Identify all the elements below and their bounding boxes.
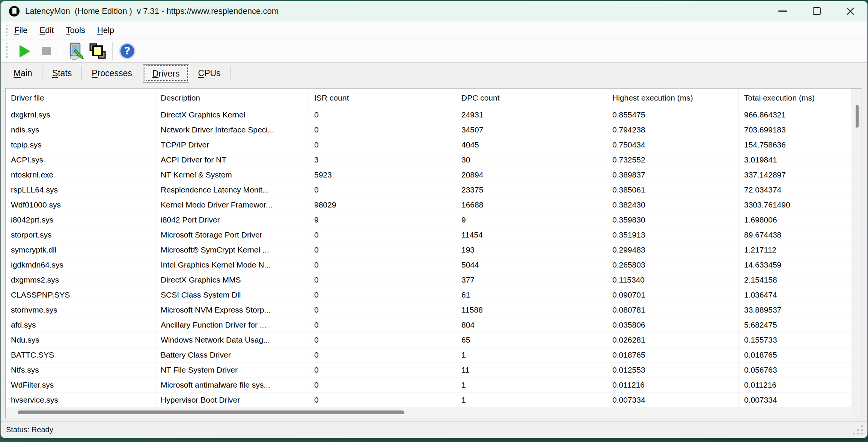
cell-highest-execution: 0.090701 [607,287,739,302]
table-row[interactable]: i8042prt.sys i8042 Port Driver 9 9 0.359… [6,212,852,227]
stop-monitor-button[interactable] [35,42,57,60]
vertical-scrollbar[interactable] [852,89,862,407]
cell-dpc-count: 5044 [456,257,607,272]
cell-isr-count: 0 [309,302,456,317]
cell-highest-execution: 0.035806 [607,317,739,332]
table-row[interactable]: ndis.sys Network Driver Interface Speci.… [6,122,852,137]
horizontal-scrollbar[interactable] [6,407,852,418]
table-row[interactable]: dxgkrnl.sys DirectX Graphics Kernel 0 24… [6,107,852,122]
cell-highest-execution: 0.012553 [607,362,739,377]
toolbar-separator [142,42,142,60]
minimize-button[interactable] [766,1,800,21]
cell-description: Microsoft® SymCrypt Kernel ... [155,242,309,257]
cell-description: ACPI Driver for NT [155,152,309,167]
cell-description: DirectX Graphics MMS [155,272,309,287]
table-row[interactable]: stornvme.sys Microsoft NVM Express Storp… [6,302,852,317]
table-row[interactable]: BATTC.SYS Battery Class Driver 0 1 0.018… [6,347,852,362]
cell-description: Resplendence Latency Monit... [155,182,309,197]
table-row[interactable]: Ntfs.sys NT File System Driver 0 11 0.01… [6,362,852,377]
cell-description: Ancillary Function Driver for ... [155,317,309,332]
horizontal-scrollbar-thumb[interactable] [18,410,404,414]
close-button[interactable] [833,1,867,21]
table-row[interactable]: storport.sys Microsoft Storage Port Driv… [6,227,852,242]
table-row[interactable]: WdFilter.sys Microsoft antimalware file … [6,377,852,392]
cell-total-execution: 3.019841 [739,152,852,167]
tab-main[interactable]: Main [5,65,41,82]
cell-description: NT Kernel & System [155,167,309,182]
cell-highest-execution: 0.026281 [607,332,739,347]
column-driver-file[interactable]: Driver file [6,89,155,107]
table-row[interactable]: Ndu.sys Windows Network Data Usag... 0 6… [6,332,852,347]
cell-isr-count: 0 [309,392,456,407]
table-row[interactable]: tcpip.sys TCP/IP Driver 0 4045 0.750434 … [6,137,852,152]
tab-processes[interactable]: Processes [83,65,141,82]
resize-grip-icon[interactable] [861,433,863,434]
cell-dpc-count: 16688 [456,197,607,212]
menubar-grip[interactable] [6,25,8,36]
table-row[interactable]: ACPI.sys ACPI Driver for NT 3 30 0.73255… [6,152,852,167]
column-isr-count[interactable]: ISR count [309,89,456,107]
cell-isr-count: 0 [309,272,456,287]
help-button[interactable]: ? [116,42,138,60]
column-total-execution[interactable]: Total execution (ms) [739,89,852,107]
column-dpc-count[interactable]: DPC count [456,89,607,107]
title-bar: LatencyMon (Home Edition ) v 7.31 - http… [1,1,867,21]
stacked-windows-icon [89,42,107,60]
cell-driver-file: afd.sys [6,317,155,332]
cell-description: Battery Class Driver [155,347,309,362]
cell-highest-execution: 0.855475 [607,107,739,122]
toolbar-grip[interactable] [6,43,8,59]
table-row[interactable]: symcryptk.dll Microsoft® SymCrypt Kernel… [6,242,852,257]
monitor-pen-icon [67,42,85,60]
table-row[interactable]: CLASSPNP.SYS SCSI Class System Dll 0 61 … [6,287,852,302]
cell-description: i8042 Port Driver [155,212,309,227]
cell-isr-count: 0 [309,107,456,122]
cell-description: SCSI Class System Dll [155,287,309,302]
cell-description: Microsoft Storage Port Driver [155,227,309,242]
table-row[interactable]: igdkmdn64.sys Intel Graphics Kernel Mode… [6,257,852,272]
vertical-scrollbar-thumb[interactable] [856,105,859,128]
cell-dpc-count: 4045 [456,137,607,152]
maximize-button[interactable] [800,1,833,21]
table-row[interactable]: afd.sys Ancillary Function Driver for ..… [6,317,852,332]
cell-driver-file: rspLLL64.sys [6,182,155,197]
menu-edit[interactable]: Edit [39,26,54,35]
tab-stats[interactable]: Stats [43,65,81,82]
menu-help[interactable]: Help [97,26,114,35]
cell-total-execution: 89.674438 [739,227,852,242]
cell-dpc-count: 11 [456,362,607,377]
menu-tools[interactable]: Tools [66,26,85,35]
cell-isr-count: 98029 [309,197,456,212]
stacked-windows-button[interactable] [87,42,108,60]
cell-driver-file: hvservice.sys [6,392,155,407]
menu-file[interactable]: File [14,26,27,35]
drivers-table: Driver file Description ISR count DPC co… [5,88,862,418]
cell-driver-file: igdkmdn64.sys [6,257,155,272]
cell-total-execution: 1.036474 [739,287,852,302]
cell-driver-file: storport.sys [6,227,155,242]
cell-driver-file: ndis.sys [6,122,155,137]
column-description[interactable]: Description [155,89,309,107]
drivers-panel: Driver file Description ISR count DPC co… [1,84,867,421]
table-row[interactable]: dxgmms2.sys DirectX Graphics MMS 0 377 0… [6,272,852,287]
table-row[interactable]: hvservice.sys Hypervisor Boot Driver 0 1… [6,392,852,407]
stop-icon [42,47,51,55]
cell-isr-count: 5923 [309,167,456,182]
cell-dpc-count: 193 [456,242,607,257]
tab-cpus[interactable]: CPUs [189,65,230,82]
table-row[interactable]: Wdf01000.sys Kernel Mode Driver Framewor… [6,197,852,212]
cell-highest-execution: 0.299483 [607,242,739,257]
cell-driver-file: tcpip.sys [6,137,155,152]
cell-description: Kernel Mode Driver Framewor... [155,197,309,212]
tab-drivers[interactable]: Drivers [143,64,189,83]
cell-total-execution: 1.698006 [739,212,852,227]
cell-dpc-count: 30 [456,152,607,167]
column-highest-execution[interactable]: Highest execution (ms) [607,89,739,107]
svg-text:?: ? [124,45,130,57]
start-monitor-button[interactable] [14,42,35,60]
cell-driver-file: symcryptk.dll [6,242,155,257]
table-row[interactable]: ntoskrnl.exe NT Kernel & System 5923 208… [6,167,852,182]
cell-dpc-count: 1 [456,377,607,392]
table-row[interactable]: rspLLL64.sys Resplendence Latency Monit.… [6,182,852,197]
options-button[interactable] [65,42,87,60]
